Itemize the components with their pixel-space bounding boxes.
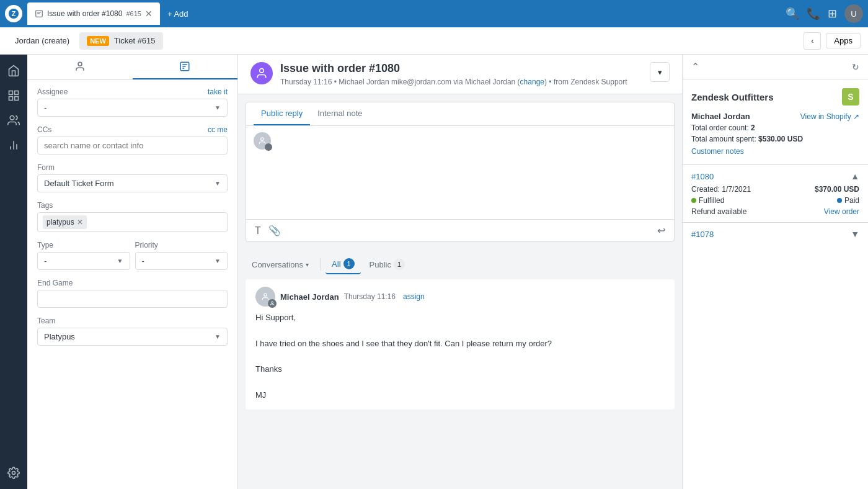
ccs-field: CCs cc me [37,125,228,155]
priority-label: Priority [135,241,158,249]
right-panel: ⌃ ↻ Zendesk Outfitters S Michael Jordan … [682,55,868,489]
tab-close-icon[interactable]: ✕ [145,9,153,19]
reply-tab-public[interactable]: Public reply [254,102,310,125]
conv-tab-all[interactable]: All 1 [326,254,360,274]
order-1078-section: #1078 ▼ [683,222,868,245]
conv-tab-all-label: All [332,259,340,269]
svg-point-21 [264,294,267,297]
conv-divider [320,258,321,271]
order-1078-expand-button[interactable]: ▼ [851,229,859,239]
ccs-input[interactable] [37,137,228,155]
order-1078-id[interactable]: #1078 [691,230,714,239]
order-1080-created: Created: 1/7/2021 [691,185,751,194]
conv-all-badge: 1 [343,258,355,269]
ticket-meta-email: mike@jordan.com via Michael Jordan [391,78,515,86]
message-assign-link[interactable]: assign [403,292,425,301]
svg-rect-7 [9,97,13,101]
subtab-jordan-create[interactable]: Jordan (create) [7,32,77,49]
assignee-label: Assignee [37,87,68,96]
customer-notes-link[interactable]: Customer notes [691,147,859,156]
team-field: Team Platypus ▼ [37,316,228,346]
ticket-dropdown-button[interactable]: ▾ [650,62,670,82]
team-select[interactable]: Platypus ▼ [37,328,228,346]
order-1080-collapse-button[interactable]: ▲ [851,171,859,181]
nav-home-icon[interactable] [2,60,25,82]
nav-contacts-icon[interactable] [2,109,25,132]
svg-rect-8 [15,97,19,101]
user-avatar[interactable]: U [844,4,863,23]
tags-container[interactable]: platypus ✕ [37,212,228,232]
reply-text-editor[interactable] [276,132,666,213]
order-1080-amount: $370.00 USD [815,185,859,194]
attach-button[interactable]: 📎 [267,223,282,238]
phone-icon[interactable]: 📞 [807,7,820,20]
reply-area: Public reply Internal note [246,102,675,242]
subtab-jordan-label: Jordan (create) [15,36,69,45]
topbar-right: 🔍 📞 ⊞ U [786,4,863,23]
assignee-caret: ▼ [215,104,221,111]
message-header: Michael Jordan Thursday 11:16 assign [255,287,665,307]
svg-point-19 [260,69,264,73]
nav-back-button[interactable]: ‹ [804,32,821,50]
nav-reports-icon[interactable] [2,134,25,156]
type-priority-row: Type - ▼ Priority - ▼ [37,241,228,279]
new-badge: NEW [87,36,109,46]
take-it-link[interactable]: take it [208,87,228,96]
shop-name: Zendesk Outfitters [691,92,774,102]
priority-select[interactable]: - ▼ [135,252,228,270]
collapse-panel-button[interactable]: ⌃ [691,61,699,73]
add-tab-button[interactable]: + Add [162,9,193,19]
shopify-section: Zendesk Outfitters S Michael Jordan View… [683,79,868,164]
form-field: Form Default Ticket Form ▼ [37,163,228,192]
end-game-input[interactable] [37,290,228,308]
send-button[interactable]: ↩ [656,223,666,238]
ticket-title: Issue with order #1080 [280,62,642,75]
ticket-meta-change-link[interactable]: change [520,78,544,86]
form-caret: ▼ [215,180,221,187]
type-field: Type - ▼ [37,241,130,270]
svg-point-20 [261,138,264,141]
search-icon[interactable]: 🔍 [786,7,799,20]
tag-label: platypus [46,218,74,227]
text-format-button[interactable]: T [254,224,262,238]
conv-filter-label: Conversations [252,260,303,269]
grid-icon[interactable]: ⊞ [828,7,837,20]
conv-tab-conversations[interactable]: Conversations ▾ [246,256,315,273]
nav-settings-icon[interactable] [2,462,25,484]
total-order-label: Total order count: [691,123,749,132]
order-1080-detail-row: Created: 1/7/2021 $370.00 USD [691,185,859,194]
type-select[interactable]: - ▼ [37,252,130,270]
paid-status: Paid [837,196,859,205]
sidebar-tab-details[interactable] [133,55,238,79]
tab-title: Issue with order #1080 [47,9,122,18]
order-1080-section: #1080 ▲ Created: 1/7/2021 $370.00 USD Fu… [683,164,868,222]
order-1080-id[interactable]: #1080 [691,172,714,181]
active-tab[interactable]: Issue with order #1080 #615 ✕ [27,2,160,25]
total-order-count: 2 [751,123,755,132]
form-select[interactable]: Default Ticket Form ▼ [37,174,228,192]
refund-label: Refund available [691,207,746,216]
priority-caret: ▼ [215,258,221,264]
ticket-header: Issue with order #1080 Thursday 11:16 • … [238,55,682,94]
reply-tab-internal[interactable]: Internal note [310,102,370,125]
form-label: Form [37,163,55,172]
ticket-meta-date: Thursday 11:16 [280,78,332,86]
view-shopify-link[interactable]: View in Shopify ↗ [800,112,859,121]
sidebar-tab-user[interactable] [27,55,133,79]
apps-button[interactable]: Apps [826,33,861,48]
view-shopify-label: View in Shopify ↗ [800,112,859,121]
priority-value: - [142,256,144,266]
nav-views-icon[interactable] [2,84,25,107]
reply-editor [246,126,674,219]
tag-remove-icon[interactable]: ✕ [77,218,83,227]
reply-avatar-badge [265,143,272,151]
cc-me-link[interactable]: cc me [208,125,228,134]
view-order-link[interactable]: View order [824,207,859,216]
reply-tab-public-label: Public reply [261,109,303,118]
nav-sidebar [0,55,27,489]
refresh-panel-button[interactable]: ↻ [852,62,859,72]
order-1080-status-row: Fulfilled Paid [691,196,859,205]
conv-tab-public[interactable]: Public 1 [363,255,411,274]
subtab-ticket-615[interactable]: NEW Ticket #615 [79,32,162,50]
assignee-select[interactable]: - ▼ [37,99,228,117]
